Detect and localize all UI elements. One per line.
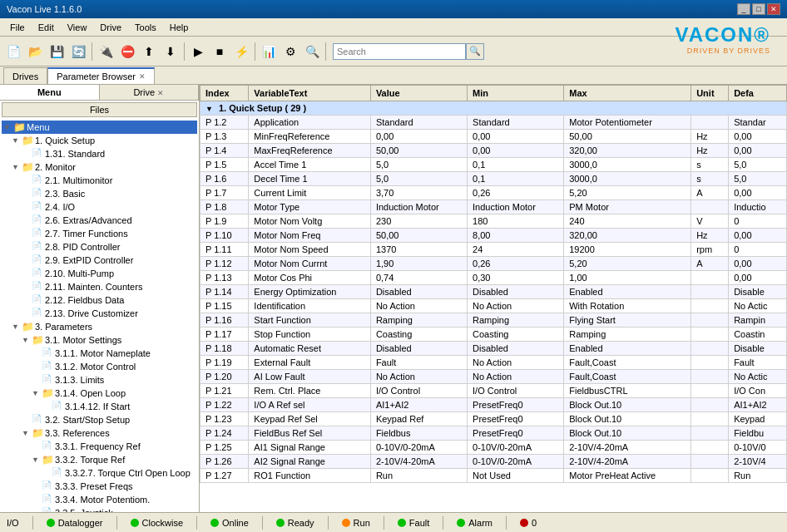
table-row[interactable]: P 1.8Motor TypeInduction MotorInduction …: [200, 200, 787, 214]
table-row[interactable]: P 1.16Start FunctionRampingRampingFlying…: [200, 313, 787, 328]
tree-item-motor-potentiom[interactable]: 📄3.3.4. Motor Potentiom.: [2, 493, 197, 506]
files-button[interactable]: Files: [2, 102, 197, 117]
menu-help[interactable]: Help: [163, 21, 196, 34]
status-item-alarm[interactable]: Alarm: [457, 518, 492, 528]
table-row[interactable]: P 1.26AI2 Signal Range2-10V/4-20mA0-10V/…: [200, 455, 787, 469]
status-item-0[interactable]: 0: [520, 518, 537, 528]
tree-item-extras[interactable]: 📄2.6. Extras/Advanced: [2, 214, 197, 227]
table-group-row[interactable]: ▼ 1. Quick Setup ( 29 ): [200, 101, 787, 116]
params-button[interactable]: ⚙: [280, 42, 300, 62]
table-row[interactable]: P 1.12Motor Nom Currnt1,900,265,20A0,00: [200, 257, 787, 271]
menu-tools[interactable]: Tools: [128, 21, 163, 34]
tree-item-menu-root[interactable]: ▼📁Menu: [2, 121, 197, 134]
stop-button[interactable]: ■: [210, 42, 230, 62]
search-button[interactable]: 🔍: [466, 43, 484, 60]
compare-button[interactable]: 🔍: [302, 42, 322, 62]
start-button[interactable]: ▶: [188, 42, 208, 62]
tree-item-quick-setup[interactable]: ▼📁1. Quick Setup: [2, 134, 197, 147]
status-item-fault[interactable]: Fault: [398, 518, 429, 528]
left-tab-drive[interactable]: Drive ✕: [100, 85, 200, 100]
col-min[interactable]: Min: [468, 86, 564, 101]
table-row[interactable]: P 1.10Motor Nom Freq50,008,00320,00Hz0,0…: [200, 229, 787, 243]
col-unit[interactable]: Unit: [691, 86, 729, 101]
tree-item-multipump[interactable]: 📄2.10. Multi-Pump: [2, 267, 197, 280]
left-tab-drive-close[interactable]: ✕: [157, 89, 164, 97]
col-default[interactable]: Defa: [729, 86, 787, 101]
table-row[interactable]: P 1.2ApplicationStandardStandardMotor Po…: [200, 116, 787, 130]
status-item-i/o[interactable]: I/O: [7, 518, 19, 528]
table-row[interactable]: P 1.22I/O A Ref selAI1+AI2PresetFreq0Blo…: [200, 398, 787, 412]
tree-item-if-start[interactable]: 📄3.1.4.12. If Start: [2, 400, 197, 413]
menu-edit[interactable]: Edit: [32, 21, 61, 34]
status-item-online[interactable]: Online: [210, 518, 249, 528]
tree-item-start-stop[interactable]: 📄3.2. Start/Stop Setup: [2, 413, 197, 426]
table-row[interactable]: P 1.13Motor Cos Phi0,740,301,000,00: [200, 271, 787, 285]
new-button[interactable]: 📄: [3, 42, 23, 62]
col-vartext[interactable]: VariableText: [249, 86, 371, 101]
table-row[interactable]: P 1.18Automatic ResetDisabledDisabledEna…: [200, 342, 787, 356]
tree-item-motor-settings[interactable]: ▼📁3.1. Motor Settings: [2, 333, 197, 347]
tree-item-quick-standard[interactable]: 📄1.31. Standard: [2, 147, 197, 160]
col-value[interactable]: Value: [370, 86, 467, 101]
table-row[interactable]: P 1.7Current Limit3,700,265,20A0,00: [200, 186, 787, 200]
status-item-ready[interactable]: Ready: [276, 518, 314, 528]
left-tab-menu[interactable]: Menu: [0, 85, 100, 100]
tree-item-basic[interactable]: 📄2.3. Basic: [2, 187, 197, 200]
tree-item-freq-ref[interactable]: 📄3.3.1. Frequency Ref: [2, 440, 197, 453]
status-item-clockwise[interactable]: Clockwise: [131, 518, 184, 528]
tree-item-maint[interactable]: 📄2.11. Mainten. Counters: [2, 280, 197, 293]
refresh-button[interactable]: 🔄: [68, 42, 88, 62]
tree-item-preset-freqs[interactable]: 📄3.3.3. Preset Freqs: [2, 480, 197, 493]
table-row[interactable]: P 1.21Rem. Ctrl. PlaceI/O ControlI/O Con…: [200, 384, 787, 398]
tree-item-motor-control[interactable]: 📄3.1.2. Motor Control: [2, 360, 197, 373]
tree-item-fieldbus[interactable]: 📄2.12. Fieldbus Data: [2, 293, 197, 307]
menu-drive[interactable]: Drive: [93, 21, 128, 34]
fault-reset-button[interactable]: ⚡: [231, 42, 251, 62]
connect-button[interactable]: 🔌: [96, 42, 116, 62]
tab-param-close[interactable]: ✕: [139, 72, 146, 81]
table-row[interactable]: P 1.3MinFreqReference0,000,0050,00Hz0,00: [200, 130, 787, 144]
tab-parameter-browser[interactable]: Parameter Browser ✕: [47, 67, 155, 84]
tree-item-references[interactable]: ▼📁3.3. References: [2, 426, 197, 440]
table-row[interactable]: P 1.17Stop FunctionCoastingCoastingRampi…: [200, 328, 787, 342]
tree-item-parameters[interactable]: ▼📁3. Parameters: [2, 320, 197, 333]
tree-item-drivecust[interactable]: 📄2.13. Drive Customizer: [2, 307, 197, 320]
minimize-button[interactable]: _: [737, 3, 750, 15]
table-row[interactable]: P 1.5Accel Time 15,00,13000,0s5,0: [200, 158, 787, 172]
menu-view[interactable]: View: [61, 21, 94, 34]
tree-item-torque-ref[interactable]: ▼📁3.3.2. Torque Ref: [2, 453, 197, 466]
table-row[interactable]: P 1.14Energy OptimizationDisabledDisable…: [200, 285, 787, 299]
table-row[interactable]: P 1.19External FaultFaultNo ActionFault,…: [200, 356, 787, 370]
table-row[interactable]: P 1.15IdentificationNo ActionNo ActionWi…: [200, 299, 787, 313]
close-button[interactable]: ✕: [767, 3, 780, 15]
table-row[interactable]: P 1.23Keypad Ref SelKeypad RefPresetFreq…: [200, 412, 787, 426]
tab-drives[interactable]: Drives: [3, 67, 47, 84]
monitor-button[interactable]: 📊: [259, 42, 279, 62]
table-row[interactable]: P 1.6Decel Time 15,00,13000,0s5,0: [200, 172, 787, 186]
maximize-button[interactable]: □: [752, 3, 765, 15]
tree-item-timer[interactable]: 📄2.7. Timer Functions: [2, 227, 197, 240]
search-input[interactable]: [333, 43, 466, 60]
tree-item-extpid[interactable]: 📄2.9. ExtPID Controller: [2, 254, 197, 267]
table-row[interactable]: P 1.24FieldBus Ref SelFieldbusPresetFreq…: [200, 426, 787, 441]
open-button[interactable]: 📂: [25, 42, 45, 62]
table-row[interactable]: P 1.9Motor Nom Voltg230180240V0: [200, 214, 787, 229]
tree-item-torque-open-loop[interactable]: 📄3.3.2.7. Torque Ctrl Open Loop: [2, 466, 197, 480]
table-row[interactable]: P 1.27RO1 FunctionRunNot UsedMotor PreHe…: [200, 469, 787, 483]
table-row[interactable]: P 1.11Motor Nom Speed13702419200rpm0: [200, 243, 787, 257]
tree-item-monitor[interactable]: ▼📁2. Monitor: [2, 160, 197, 174]
table-row[interactable]: P 1.20AI Low FaultNo ActionNo ActionFaul…: [200, 370, 787, 384]
table-row[interactable]: P 1.25AI1 Signal Range0-10V/0-20mA0-10V/…: [200, 441, 787, 455]
tree-item-joystick[interactable]: 📄3.3.5. Joystick: [2, 506, 197, 512]
download-button[interactable]: ⬇: [161, 42, 181, 62]
table-row[interactable]: P 1.4MaxFreqReference50,000,00320,00Hz0,…: [200, 144, 787, 158]
status-item-datalogger[interactable]: Datalogger: [47, 518, 103, 528]
menu-file[interactable]: File: [3, 21, 32, 34]
tree-item-multimonitor[interactable]: 📄2.1. Multimonitor: [2, 174, 197, 187]
tree-item-io[interactable]: 📄2.4. I/O: [2, 200, 197, 214]
col-index[interactable]: Index: [200, 86, 249, 101]
status-item-run[interactable]: Run: [342, 518, 370, 528]
tree-item-pid[interactable]: 📄2.8. PID Controller: [2, 240, 197, 254]
disconnect-button[interactable]: ⛔: [117, 42, 137, 62]
upload-button[interactable]: ⬆: [139, 42, 159, 62]
